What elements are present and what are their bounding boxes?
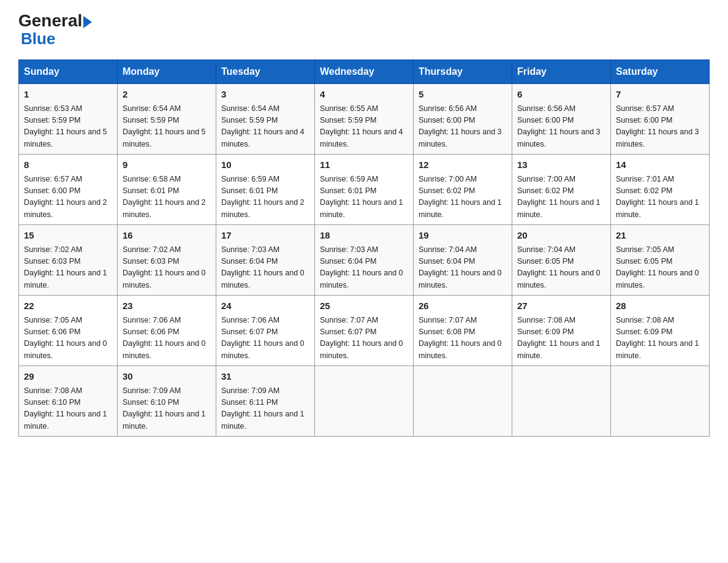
day-number: 5: [419, 88, 507, 102]
col-header-monday: Monday: [118, 60, 216, 84]
day-info: Sunrise: 7:09 AMSunset: 6:10 PMDaylight:…: [123, 385, 211, 433]
calendar-week-row: 1 Sunrise: 6:53 AMSunset: 5:59 PMDayligh…: [19, 84, 710, 155]
day-info: Sunrise: 6:55 AMSunset: 5:59 PMDaylight:…: [320, 103, 408, 151]
logo-arrow-icon: [83, 16, 92, 28]
day-number: 30: [123, 370, 211, 384]
calendar-cell: 4 Sunrise: 6:55 AMSunset: 5:59 PMDayligh…: [315, 84, 414, 155]
logo-blue-text: Blue: [21, 29, 55, 48]
calendar-cell: [611, 366, 710, 437]
col-header-sunday: Sunday: [19, 60, 118, 84]
calendar-cell: 19 Sunrise: 7:04 AMSunset: 6:04 PMDaylig…: [414, 225, 512, 296]
calendar-cell: 27 Sunrise: 7:08 AMSunset: 6:09 PMDaylig…: [512, 296, 611, 366]
day-number: 9: [123, 158, 211, 172]
day-number: 10: [221, 158, 309, 172]
calendar-cell: 15 Sunrise: 7:02 AMSunset: 6:03 PMDaylig…: [19, 225, 118, 296]
calendar-cell: 30 Sunrise: 7:09 AMSunset: 6:10 PMDaylig…: [118, 366, 216, 437]
calendar-cell: 5 Sunrise: 6:56 AMSunset: 6:00 PMDayligh…: [414, 84, 512, 155]
day-info: Sunrise: 6:59 AMSunset: 6:01 PMDaylight:…: [320, 174, 408, 221]
day-number: 21: [616, 229, 704, 243]
calendar-cell: 17 Sunrise: 7:03 AMSunset: 6:04 PMDaylig…: [216, 225, 315, 296]
day-info: Sunrise: 7:08 AMSunset: 6:09 PMDaylight:…: [616, 315, 704, 362]
col-header-wednesday: Wednesday: [315, 60, 414, 84]
day-info: Sunrise: 7:07 AMSunset: 6:08 PMDaylight:…: [419, 315, 507, 362]
calendar-cell: 22 Sunrise: 7:05 AMSunset: 6:06 PMDaylig…: [19, 296, 118, 366]
day-info: Sunrise: 7:08 AMSunset: 6:10 PMDaylight:…: [24, 385, 112, 433]
day-info: Sunrise: 6:54 AMSunset: 5:59 PMDaylight:…: [123, 103, 211, 151]
calendar-cell: 21 Sunrise: 7:05 AMSunset: 6:05 PMDaylig…: [611, 225, 710, 296]
day-info: Sunrise: 7:05 AMSunset: 6:06 PMDaylight:…: [24, 315, 112, 362]
calendar-week-row: 15 Sunrise: 7:02 AMSunset: 6:03 PMDaylig…: [19, 225, 710, 296]
calendar-cell: 25 Sunrise: 7:07 AMSunset: 6:07 PMDaylig…: [315, 296, 414, 366]
day-info: Sunrise: 6:56 AMSunset: 6:00 PMDaylight:…: [419, 103, 507, 151]
calendar-week-row: 8 Sunrise: 6:57 AMSunset: 6:00 PMDayligh…: [19, 155, 710, 225]
calendar-header-row: SundayMondayTuesdayWednesdayThursdayFrid…: [19, 60, 710, 84]
day-info: Sunrise: 7:02 AMSunset: 6:03 PMDaylight:…: [24, 244, 112, 292]
day-number: 7: [616, 88, 704, 102]
calendar-cell: [315, 366, 414, 437]
calendar-cell: 7 Sunrise: 6:57 AMSunset: 6:00 PMDayligh…: [611, 84, 710, 155]
calendar-cell: 26 Sunrise: 7:07 AMSunset: 6:08 PMDaylig…: [414, 296, 512, 366]
calendar-cell: 12 Sunrise: 7:00 AMSunset: 6:02 PMDaylig…: [414, 155, 512, 225]
day-info: Sunrise: 7:01 AMSunset: 6:02 PMDaylight:…: [616, 174, 704, 221]
col-header-saturday: Saturday: [611, 60, 710, 84]
calendar-cell: 31 Sunrise: 7:09 AMSunset: 6:11 PMDaylig…: [216, 366, 315, 437]
calendar-cell: 28 Sunrise: 7:08 AMSunset: 6:09 PMDaylig…: [611, 296, 710, 366]
day-number: 26: [419, 299, 507, 313]
day-number: 18: [320, 229, 408, 243]
day-number: 22: [24, 299, 112, 313]
calendar-table: SundayMondayTuesdayWednesdayThursdayFrid…: [18, 59, 710, 437]
calendar-cell: [512, 366, 611, 437]
day-number: 17: [221, 229, 309, 243]
day-number: 20: [517, 229, 605, 243]
day-number: 4: [320, 88, 408, 102]
day-info: Sunrise: 7:04 AMSunset: 6:05 PMDaylight:…: [517, 244, 605, 292]
calendar-cell: 29 Sunrise: 7:08 AMSunset: 6:10 PMDaylig…: [19, 366, 118, 437]
day-info: Sunrise: 7:00 AMSunset: 6:02 PMDaylight:…: [517, 174, 605, 221]
logo: General Blue: [18, 12, 92, 48]
calendar-week-row: 22 Sunrise: 7:05 AMSunset: 6:06 PMDaylig…: [19, 296, 710, 366]
day-info: Sunrise: 7:07 AMSunset: 6:07 PMDaylight:…: [320, 315, 408, 362]
day-info: Sunrise: 6:54 AMSunset: 5:59 PMDaylight:…: [221, 103, 309, 151]
calendar-cell: 24 Sunrise: 7:06 AMSunset: 6:07 PMDaylig…: [216, 296, 315, 366]
day-number: 13: [517, 158, 605, 172]
day-number: 24: [221, 299, 309, 313]
day-number: 31: [221, 370, 309, 384]
calendar-cell: 16 Sunrise: 7:02 AMSunset: 6:03 PMDaylig…: [118, 225, 216, 296]
day-info: Sunrise: 6:57 AMSunset: 6:00 PMDaylight:…: [616, 103, 704, 151]
day-info: Sunrise: 7:05 AMSunset: 6:05 PMDaylight:…: [616, 244, 704, 292]
day-info: Sunrise: 6:56 AMSunset: 6:00 PMDaylight:…: [517, 103, 605, 151]
day-info: Sunrise: 7:04 AMSunset: 6:04 PMDaylight:…: [419, 244, 507, 292]
day-number: 15: [24, 229, 112, 243]
day-info: Sunrise: 7:03 AMSunset: 6:04 PMDaylight:…: [221, 244, 309, 292]
day-number: 27: [517, 299, 605, 313]
calendar-cell: [414, 366, 512, 437]
day-number: 25: [320, 299, 408, 313]
calendar-cell: 18 Sunrise: 7:03 AMSunset: 6:04 PMDaylig…: [315, 225, 414, 296]
calendar-cell: 11 Sunrise: 6:59 AMSunset: 6:01 PMDaylig…: [315, 155, 414, 225]
calendar-cell: 3 Sunrise: 6:54 AMSunset: 5:59 PMDayligh…: [216, 84, 315, 155]
day-number: 23: [123, 299, 211, 313]
day-number: 14: [616, 158, 704, 172]
day-info: Sunrise: 7:02 AMSunset: 6:03 PMDaylight:…: [123, 244, 211, 292]
day-number: 12: [419, 158, 507, 172]
day-info: Sunrise: 6:58 AMSunset: 6:01 PMDaylight:…: [123, 174, 211, 221]
calendar-cell: 8 Sunrise: 6:57 AMSunset: 6:00 PMDayligh…: [19, 155, 118, 225]
day-number: 16: [123, 229, 211, 243]
day-info: Sunrise: 7:06 AMSunset: 6:06 PMDaylight:…: [123, 315, 211, 362]
calendar-cell: 1 Sunrise: 6:53 AMSunset: 5:59 PMDayligh…: [19, 84, 118, 155]
day-info: Sunrise: 7:03 AMSunset: 6:04 PMDaylight:…: [320, 244, 408, 292]
day-number: 11: [320, 158, 408, 172]
calendar-cell: 23 Sunrise: 7:06 AMSunset: 6:06 PMDaylig…: [118, 296, 216, 366]
calendar-cell: 20 Sunrise: 7:04 AMSunset: 6:05 PMDaylig…: [512, 225, 611, 296]
day-number: 6: [517, 88, 605, 102]
day-info: Sunrise: 6:59 AMSunset: 6:01 PMDaylight:…: [221, 174, 309, 221]
calendar-cell: 14 Sunrise: 7:01 AMSunset: 6:02 PMDaylig…: [611, 155, 710, 225]
day-number: 8: [24, 158, 112, 172]
col-header-thursday: Thursday: [414, 60, 512, 84]
col-header-friday: Friday: [512, 60, 611, 84]
day-info: Sunrise: 6:53 AMSunset: 5:59 PMDaylight:…: [24, 103, 112, 151]
page-header: General Blue: [18, 12, 710, 48]
calendar-cell: 9 Sunrise: 6:58 AMSunset: 6:01 PMDayligh…: [118, 155, 216, 225]
day-number: 1: [24, 88, 112, 102]
calendar-week-row: 29 Sunrise: 7:08 AMSunset: 6:10 PMDaylig…: [19, 366, 710, 437]
